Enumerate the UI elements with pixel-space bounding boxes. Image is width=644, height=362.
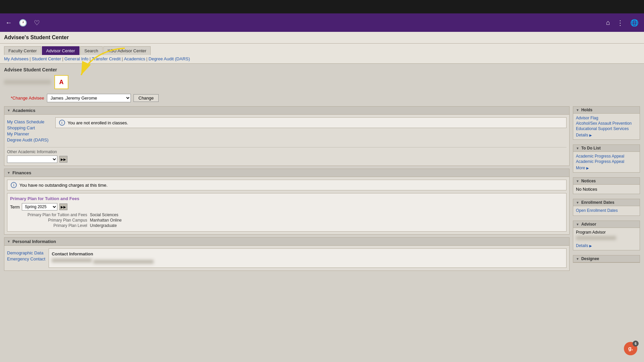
- contact-info-title: Contact Information: [52, 251, 564, 256]
- advisor-collapse-icon[interactable]: ▼: [576, 223, 579, 226]
- tab-ksu-advisor-center[interactable]: KSU Advisor Center: [103, 46, 151, 55]
- holds-educational-support[interactable]: Educational Support Services: [576, 126, 637, 131]
- personal-info-collapse-icon[interactable]: ▼: [7, 240, 10, 243]
- tab-search[interactable]: Search: [80, 46, 103, 55]
- breadcrumb-student-center[interactable]: Student Center: [32, 56, 61, 61]
- avatar: A: [54, 75, 68, 89]
- breadcrumb-transfer-credit[interactable]: Transfer Credit: [92, 56, 120, 61]
- notices-collapse-icon[interactable]: ▼: [576, 179, 579, 183]
- designee-header: ▼ Designee: [573, 255, 640, 262]
- todo-item-0[interactable]: Academic Progress Appeal: [576, 154, 637, 159]
- advisor-title: Advisor: [581, 222, 596, 227]
- my-class-schedule-link[interactable]: My Class Schedule: [7, 119, 49, 124]
- emergency-contact-link[interactable]: Emergency Contact: [7, 256, 45, 261]
- holds-details-link[interactable]: Details ▶: [576, 133, 592, 137]
- enrollment-dates-header: ▼ Enrollment Dates: [573, 199, 640, 206]
- personal-info-title: Personal Information: [12, 239, 56, 244]
- change-advisee-select[interactable]: James ,Jeremy Gerome: [47, 94, 131, 102]
- advisor-name-blurred: [576, 236, 616, 240]
- grammarly-button[interactable]: g. 6: [624, 342, 637, 355]
- todo-more-link[interactable]: More ▶: [576, 166, 589, 170]
- main-content: Advisee Student Center A: [0, 64, 644, 274]
- tab-bar: Faculty Center Advisor Center Search KSU…: [0, 44, 644, 55]
- grammarly-badge: 6: [633, 341, 639, 347]
- notices-section: ▼ Notices No Notices: [573, 177, 640, 194]
- advisee-student-center-title: Advisee Student Center: [4, 67, 640, 72]
- todo-title: To Do List: [581, 146, 601, 150]
- todo-header: ▼ To Do List: [573, 145, 640, 152]
- other-academic-select[interactable]: [7, 156, 57, 163]
- finances-section-header: ▼ Finances: [4, 169, 569, 177]
- contact-detail-blurred: [93, 260, 154, 264]
- contact-info-box: Contact Information: [49, 248, 567, 268]
- notices-header: ▼ Notices: [573, 178, 640, 185]
- left-column: ▼ Academics My Class Schedule Shopping C…: [4, 106, 570, 271]
- personal-info-section: ▼ Personal Information Demographic Data …: [4, 237, 570, 271]
- globe-icon[interactable]: 🌐: [630, 19, 639, 27]
- back-icon[interactable]: ←: [5, 19, 12, 26]
- open-enrollment-link[interactable]: Open Enrollment Dates: [576, 208, 637, 213]
- plan-detail-label-0: Primary Plan for Tuition and Fees: [10, 213, 87, 217]
- academics-links: My Class Schedule Shopping Cart My Plann…: [7, 117, 49, 144]
- shopping-cart-link[interactable]: Shopping Cart: [7, 125, 49, 130]
- history-icon[interactable]: 🕐: [19, 19, 27, 27]
- finances-section: ▼ Finances i You have no outstanding cha…: [4, 169, 570, 235]
- term-row: Term Spring 2025 Fall 2024 Summer 2024 ▶…: [10, 203, 564, 210]
- designee-title: Designee: [581, 256, 599, 261]
- academics-body: My Class Schedule Shopping Cart My Plann…: [4, 115, 569, 166]
- go-button[interactable]: ▶▶: [59, 156, 67, 163]
- info-icon: i: [59, 120, 65, 126]
- primary-plan-title: Primary Plan for Tuition and Fees: [10, 196, 564, 201]
- finances-title: Finances: [12, 170, 31, 175]
- other-academic-select-row: ▶▶: [7, 156, 567, 163]
- change-advisee-label: *Change Advisee: [11, 96, 44, 101]
- breadcrumb-academics[interactable]: Academics: [124, 56, 145, 61]
- holds-alcohol-prevention[interactable]: Alcohol/Sex Assault Prevention: [576, 121, 637, 126]
- tab-faculty-center[interactable]: Faculty Center: [4, 46, 41, 55]
- academics-collapse-icon[interactable]: ▼: [7, 109, 10, 112]
- degree-audit-link[interactable]: Degree Audit (DARS): [7, 137, 49, 142]
- term-label: Term: [10, 204, 20, 209]
- tab-advisor-center[interactable]: Advisor Center: [42, 46, 79, 55]
- page-title: Advisee's Student Center: [4, 35, 69, 40]
- todo-item-1[interactable]: Academic Progress Appeal: [576, 159, 637, 164]
- plan-detail-row-2: Primary Plan Level Undergraduate: [10, 223, 564, 228]
- holds-advisor-flag[interactable]: Advisor Flag: [576, 116, 637, 120]
- plan-detail-value-2: Undergraduate: [90, 223, 117, 228]
- term-go-button[interactable]: ▶▶: [59, 203, 67, 210]
- not-enrolled-info: i You are not enrolled in classes.: [55, 117, 567, 128]
- home-icon[interactable]: ⌂: [606, 19, 610, 26]
- demographic-data-link[interactable]: Demographic Data: [7, 250, 45, 255]
- no-charges-message: You have no outstanding charges at this …: [19, 183, 108, 188]
- holds-collapse-icon[interactable]: ▼: [576, 108, 579, 112]
- right-column: ▼ Holds Advisor Flag Alcohol/Sex Assault…: [573, 106, 640, 271]
- breadcrumb-degree-audit[interactable]: Degree Audit (DARS): [149, 56, 190, 61]
- my-planner-link[interactable]: My Planner: [7, 131, 49, 136]
- term-select[interactable]: Spring 2025 Fall 2024 Summer 2024: [22, 203, 57, 210]
- plan-detail-value-0: Social Sciences: [90, 213, 118, 217]
- personal-links: Demographic Data Emergency Contact: [7, 248, 45, 268]
- todo-collapse-icon[interactable]: ▼: [576, 146, 579, 150]
- plan-detail-value-1: Manhattan Online: [90, 218, 122, 223]
- name-blurred: [4, 80, 51, 84]
- breadcrumb-my-advisees[interactable]: My Advisees: [4, 56, 29, 61]
- advisor-details-link[interactable]: Details ▶: [576, 243, 592, 248]
- designee-collapse-icon[interactable]: ▼: [576, 257, 579, 261]
- enrollment-dates-title: Enrollment Dates: [581, 200, 614, 205]
- finances-body: i You have no outstanding charges at thi…: [4, 177, 569, 234]
- advisor-header: ▼ Advisor: [573, 221, 640, 228]
- not-enrolled-message: You are not enrolled in classes.: [68, 120, 128, 125]
- breadcrumb-general-info[interactable]: General Info: [64, 56, 89, 61]
- favorite-icon[interactable]: ♡: [34, 19, 40, 27]
- no-charges-info: i You have no outstanding charges at thi…: [7, 180, 567, 190]
- designee-section: ▼ Designee: [573, 255, 640, 263]
- change-button[interactable]: Change: [133, 94, 159, 102]
- menu-icon[interactable]: ⋮: [617, 19, 624, 27]
- todo-section: ▼ To Do List Academic Progress Appeal Ac…: [573, 144, 640, 173]
- page-header: Advisee's Student Center: [0, 32, 644, 44]
- enrollment-dates-collapse-icon[interactable]: ▼: [576, 201, 579, 204]
- academics-title: Academics: [12, 108, 36, 113]
- finances-collapse-icon[interactable]: ▼: [7, 171, 10, 175]
- advisor-body: Program Advisor Details ▶: [573, 228, 640, 250]
- notices-body: No Notices: [573, 185, 640, 194]
